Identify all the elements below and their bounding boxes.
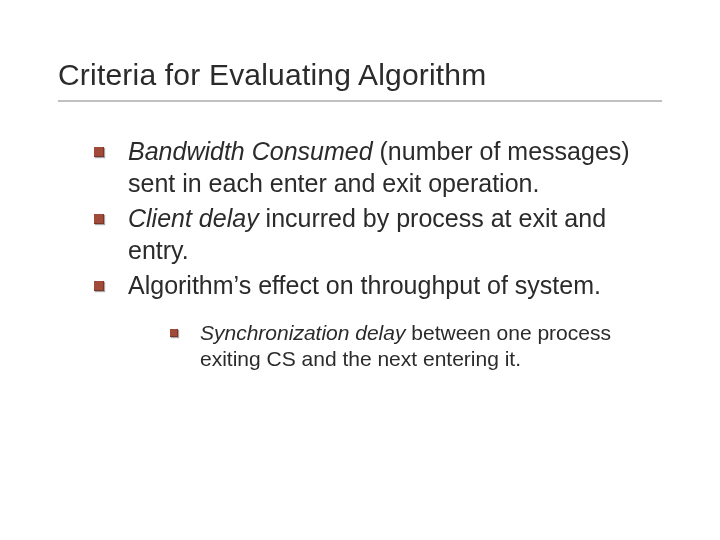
bullet-list: Bandwidth Consumed (number of messages) …: [58, 136, 662, 373]
sub-bullet-list: Synchronization delay between one proces…: [128, 320, 662, 374]
body-text: Algorithm’s effect on throughput of syst…: [128, 271, 601, 299]
slide: Criteria for Evaluating Algorithm Bandwi…: [0, 0, 720, 540]
title-underline: [58, 100, 662, 102]
emphasis-text: Bandwidth Consumed: [128, 137, 373, 165]
list-item: Bandwidth Consumed (number of messages) …: [94, 136, 662, 199]
emphasis-text: Synchronization delay: [200, 321, 405, 344]
list-item: Algorithm’s effect on throughput of syst…: [94, 270, 662, 373]
list-item: Client delay incurred by process at exit…: [94, 203, 662, 266]
list-item: Synchronization delay between one proces…: [170, 320, 662, 374]
emphasis-text: Client delay: [128, 204, 259, 232]
slide-title: Criteria for Evaluating Algorithm: [58, 58, 662, 92]
